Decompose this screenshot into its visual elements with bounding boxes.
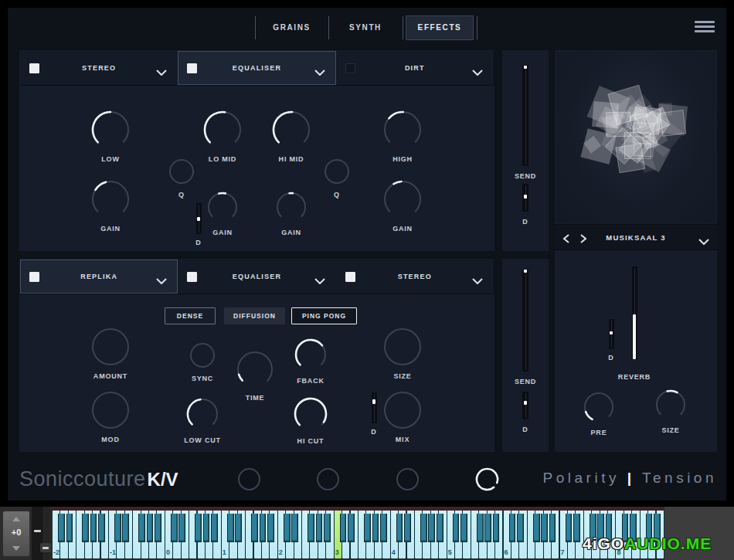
key-black[interactable] [509, 514, 516, 542]
fx-slot-equaliser[interactable]: EQUALISER [178, 260, 336, 294]
slider-send-a[interactable] [522, 66, 528, 166]
button-diffusion[interactable]: DIFFUSION [224, 307, 285, 324]
reverb-knob-size[interactable] [652, 386, 689, 423]
button-dense[interactable]: DENSE [165, 307, 216, 324]
key-black[interactable] [235, 514, 242, 542]
fx-slot-equaliser[interactable]: EQUALISER [178, 51, 336, 85]
knob-time[interactable] [233, 348, 277, 391]
fx-slot-dirt[interactable]: DIRT [336, 51, 494, 85]
hamburger-menu-icon[interactable] [695, 21, 715, 33]
key-black[interactable] [316, 514, 323, 542]
key-black[interactable] [147, 514, 154, 542]
slider-eq-d[interactable] [196, 203, 202, 234]
key-black[interactable] [477, 514, 484, 542]
knob-size[interactable] [380, 324, 425, 369]
fx-slot-stereo[interactable]: STEREO [20, 51, 178, 85]
key-black[interactable] [372, 514, 379, 542]
key-black[interactable] [171, 514, 178, 542]
footer-knob-ring[interactable] [472, 464, 502, 494]
key-black[interactable] [98, 514, 105, 542]
key-black[interactable] [324, 514, 331, 542]
key-black[interactable] [566, 514, 573, 542]
slider-send-b-d[interactable] [522, 392, 528, 419]
slider-replika-d[interactable] [372, 392, 377, 423]
key-black[interactable] [90, 514, 97, 542]
knob-q[interactable] [165, 155, 198, 188]
tab-synth[interactable]: SYNTH [331, 15, 399, 40]
key-black[interactable] [348, 514, 355, 542]
key-black[interactable] [428, 514, 435, 542]
key-black[interactable] [82, 514, 89, 542]
reverb-knob-pre[interactable] [580, 389, 617, 426]
key-black[interactable] [58, 514, 65, 542]
key-black[interactable] [573, 514, 580, 542]
key-black[interactable] [211, 514, 218, 542]
minus-handle-icon[interactable] [34, 530, 41, 532]
knob-low[interactable] [88, 107, 133, 152]
knob-high[interactable] [380, 107, 425, 152]
footer-knob-ring[interactable] [313, 464, 343, 494]
footer-knob-ring[interactable] [392, 464, 423, 494]
key-black[interactable] [460, 514, 467, 542]
knob-low-cut[interactable] [183, 395, 222, 433]
knob-gain[interactable] [88, 177, 133, 222]
key-black[interactable] [484, 514, 491, 542]
key-black[interactable] [66, 514, 73, 542]
slider-send-b[interactable] [522, 270, 528, 372]
key-black[interactable] [437, 514, 443, 542]
key-black[interactable] [453, 514, 460, 542]
key-black[interactable] [404, 514, 411, 542]
knob-lo-mid[interactable] [200, 107, 245, 152]
tab-effects[interactable]: EFFECTS [406, 15, 474, 40]
key-black[interactable] [155, 514, 161, 542]
knob-gain[interactable] [380, 177, 425, 222]
key-black[interactable] [122, 514, 129, 542]
transpose-up-icon[interactable] [12, 517, 20, 521]
key-black[interactable] [340, 514, 347, 542]
knob-hi-mid[interactable] [269, 107, 314, 152]
knob-amount[interactable] [88, 324, 133, 369]
key-black[interactable] [308, 514, 314, 542]
key-black[interactable] [364, 514, 371, 542]
button-ping-pong[interactable]: PING PONG [291, 307, 357, 324]
knob-gain[interactable] [273, 188, 310, 226]
key-black[interactable] [533, 514, 540, 542]
fx-slot-stereo[interactable]: STEREO [336, 260, 494, 294]
key-black[interactable] [260, 514, 267, 542]
key-black[interactable] [541, 514, 548, 542]
key-black[interactable] [267, 514, 274, 542]
key-black[interactable] [380, 514, 387, 542]
chevron-down-icon[interactable] [698, 234, 708, 243]
fx-slot-replika[interactable]: REPLIKA [20, 260, 178, 294]
knob-gain[interactable] [204, 188, 241, 226]
key-black[interactable] [396, 514, 403, 542]
slider-send-a-d[interactable] [522, 184, 528, 212]
key-black[interactable] [138, 514, 145, 542]
reverb-preset-label[interactable]: MUSIKSAAL 3 [555, 233, 717, 242]
key-black[interactable] [549, 514, 556, 542]
key-black[interactable] [493, 514, 500, 542]
key-black[interactable] [195, 514, 202, 542]
key-black[interactable] [517, 514, 524, 542]
slider-reverb-fader[interactable] [632, 266, 637, 359]
knob-sync[interactable] [186, 339, 219, 372]
knob-mod[interactable] [88, 388, 133, 433]
transpose-control[interactable]: +0 [2, 511, 30, 557]
tab-grains[interactable]: GRAINS [258, 15, 325, 40]
transpose-down-icon[interactable] [12, 546, 20, 551]
knob-mix[interactable] [380, 388, 425, 433]
knob-fback[interactable] [291, 335, 330, 374]
footer-knob-ring[interactable] [234, 464, 264, 494]
key-black[interactable] [178, 514, 185, 542]
slider-reverb-d[interactable] [609, 319, 614, 349]
key-black[interactable] [203, 514, 210, 542]
key-black[interactable] [291, 514, 298, 542]
knob-q[interactable] [321, 155, 353, 188]
knob-hi-cut[interactable] [291, 394, 331, 434]
keyboard-resize-tab[interactable] [40, 543, 51, 552]
key-black[interactable] [251, 514, 258, 542]
key-black[interactable] [420, 514, 427, 542]
key-black[interactable] [227, 514, 234, 542]
key-black[interactable] [114, 514, 121, 542]
key-black[interactable] [284, 514, 291, 542]
